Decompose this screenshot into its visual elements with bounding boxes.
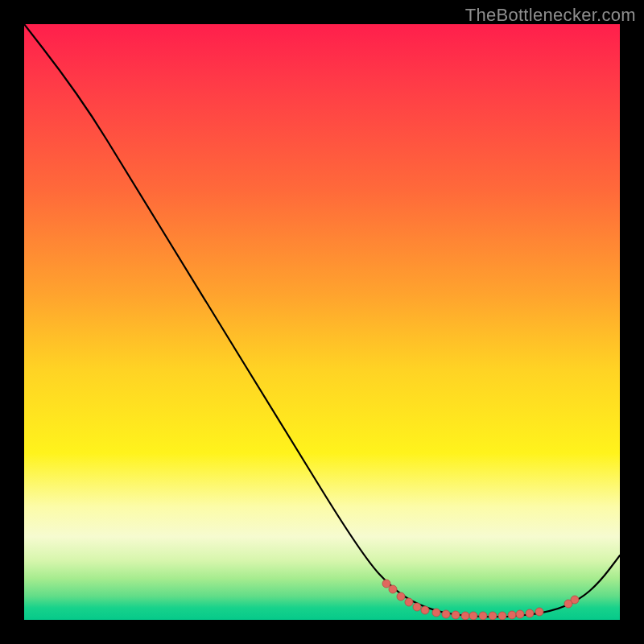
curve-marker — [421, 606, 429, 614]
curve-marker — [498, 612, 506, 620]
curve-marker — [452, 611, 460, 619]
curve-marker — [382, 580, 390, 588]
curve-markers — [382, 580, 579, 620]
curve-marker — [526, 609, 534, 617]
watermark-text: TheBottlenecker.com — [465, 5, 636, 26]
chart-stage: TheBottlenecker.com — [0, 0, 644, 644]
curve-marker — [535, 608, 543, 616]
curve-marker — [489, 612, 497, 620]
curve-marker — [442, 610, 450, 618]
curve-marker — [516, 610, 524, 618]
curve-marker — [508, 611, 516, 619]
curve-marker — [397, 592, 405, 601]
curve-marker — [571, 596, 579, 604]
bottleneck-curve-line — [24, 24, 620, 617]
curve-svg — [24, 24, 620, 620]
curve-marker — [469, 612, 477, 620]
curve-marker — [405, 598, 413, 606]
curve-marker — [479, 612, 487, 620]
curve-marker — [389, 585, 397, 593]
plot-area — [24, 24, 620, 620]
curve-marker — [413, 603, 421, 611]
curve-marker — [432, 609, 440, 617]
curve-marker — [461, 612, 469, 620]
